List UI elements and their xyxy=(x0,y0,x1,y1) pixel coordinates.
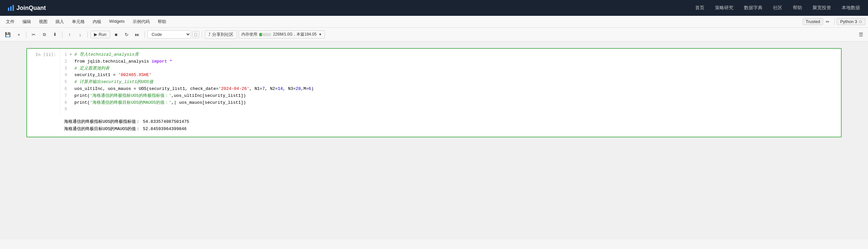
toolbar: 💾 + ✂ ⧉ ⬇ ↑ ↓ ▶ Run ■ ↻ ⏭ Code Markdown … xyxy=(0,28,868,41)
logo-bar-2 xyxy=(10,6,11,11)
memory-value: 226M/1.0G，本篇184.05 xyxy=(273,32,317,37)
code-content-8: print('海格通信的终极目标UOS的MAUOS的值：',| uos_mauo… xyxy=(74,100,838,106)
cell-output: 海格通信的终极指标UOS的终极指标值： 54.833574087501475 海… xyxy=(27,116,841,137)
line-num-1: 1 xyxy=(60,51,67,58)
cell-code-body[interactable]: 1 ▼ # 导入technical_analysis库 2 from jqlib… xyxy=(60,49,841,116)
arrow-down-icon: ↓ xyxy=(79,32,82,37)
nav-community[interactable]: 社区 xyxy=(773,5,782,11)
code-content-3: # 定义股票池列表 xyxy=(74,65,838,72)
code-content-5: # 计算并输出security_list1的UOS值 xyxy=(74,79,838,85)
nav-links: 首页 策略研究 数据字典 社区 帮助 聚宽投资 本地数据 xyxy=(695,5,860,11)
copy-icon: ⧉ xyxy=(43,32,46,37)
main-content: In [11]: 1 ▼ # 导入technical_analysis库 2 f… xyxy=(0,41,868,239)
add-cell-button[interactable]: + xyxy=(14,31,23,39)
fold-arrow-3 xyxy=(70,65,72,72)
arrow-up-icon: ↑ xyxy=(69,32,71,37)
output-line-2: 海格通信的终极目标UOS的MAUOS的值： 52.84593964399846 xyxy=(64,126,837,133)
logo-text: JoinQuant xyxy=(17,5,46,11)
menu-items: 文件 编辑 视图 插入 单元格 内核 Widgets 示例代码 帮助 xyxy=(3,17,803,26)
edit-pencil-button[interactable]: ✏ xyxy=(825,19,831,25)
share-label: 分享到社区 xyxy=(212,32,234,38)
cut-icon: ✂ xyxy=(32,32,36,37)
code-line-6: 6 uos_ultiInc, uos_mauos = UOS(security_… xyxy=(60,85,838,93)
fold-arrow-4 xyxy=(70,72,72,78)
sep-kernel xyxy=(834,19,835,25)
memory-dropdown-icon: ▼ xyxy=(318,33,322,36)
code-line-2: 2 from jqlib.technical_analysis import * xyxy=(60,58,838,65)
fold-arrow-1: ▼ xyxy=(70,51,72,58)
nav-data[interactable]: 数据字典 xyxy=(744,5,763,11)
paste-icon: ⬇ xyxy=(53,32,57,37)
menu-examples[interactable]: 示例代码 xyxy=(129,17,153,26)
run-label: Run xyxy=(99,32,106,37)
stop-button[interactable]: ■ xyxy=(112,31,121,39)
menu-file[interactable]: 文件 xyxy=(3,17,18,26)
logo-icon xyxy=(8,5,14,11)
toolbar-sep-5 xyxy=(202,31,202,38)
toolbar-sep-4 xyxy=(145,31,145,38)
code-content-1: # 导入technical_analysis库 xyxy=(74,51,838,58)
fold-arrow-7 xyxy=(70,93,72,99)
plus-icon: + xyxy=(18,32,20,37)
code-content-7: print('海格通信的终极指标UOS的终极指标值：',uos_ultiInc[… xyxy=(74,93,838,100)
keyboard-icon: ⎕ xyxy=(194,32,197,37)
share-button[interactable]: ⤴ 分享到社区 xyxy=(205,30,237,39)
fold-arrow-5 xyxy=(70,79,72,85)
toolbar-sep-1 xyxy=(26,31,26,38)
fold-arrow-2 xyxy=(70,58,72,65)
move-down-button[interactable]: ↓ xyxy=(75,31,85,39)
menu-help[interactable]: 帮助 xyxy=(154,17,169,26)
code-content-4: security_list1 = '002465.XSHE' xyxy=(74,72,838,79)
code-content-9 xyxy=(74,106,838,113)
fold-arrow-9 xyxy=(70,106,72,113)
stop-icon: ■ xyxy=(115,32,117,37)
cut-button[interactable]: ✂ xyxy=(29,31,38,39)
nav-strategy[interactable]: 策略研究 xyxy=(715,5,734,11)
memory-label: 内存使用 xyxy=(241,32,257,37)
line-num-2: 2 xyxy=(60,58,67,65)
fold-arrow-8 xyxy=(70,100,72,106)
menu-bar: 文件 编辑 视图 插入 单元格 内核 Widgets 示例代码 帮助 Trust… xyxy=(0,16,868,28)
nav-invest[interactable]: 聚宽投资 xyxy=(813,5,831,11)
code-line-8: 8 print('海格通信的终极目标UOS的MAUOS的值：',| uos_ma… xyxy=(60,100,838,106)
menu-insert[interactable]: 插入 xyxy=(52,17,67,26)
notebook-cell: In [11]: 1 ▼ # 导入technical_analysis库 2 f… xyxy=(26,48,842,137)
run-button[interactable]: ▶ Run xyxy=(90,31,110,38)
toolbar-sep-3 xyxy=(87,31,88,38)
trusted-button[interactable]: Trusted xyxy=(803,18,823,25)
restart-button[interactable]: ↻ xyxy=(122,31,131,39)
share-icon: ⤴ xyxy=(209,32,211,37)
format-button[interactable]: ☰ xyxy=(857,30,865,39)
paste-button[interactable]: ⬇ xyxy=(50,31,59,38)
menu-cell[interactable]: 单元格 xyxy=(69,17,88,26)
menu-kernel[interactable]: 内核 xyxy=(89,17,104,26)
menu-edit[interactable]: 编辑 xyxy=(19,17,34,26)
code-line-3: 3 # 定义股票池列表 xyxy=(60,65,838,72)
logo: JoinQuant xyxy=(8,5,46,11)
line-num-4: 4 xyxy=(60,72,67,78)
output-line-1: 海格通信的终极指标UOS的终极指标值： 54.833574087501475 xyxy=(64,118,837,126)
memory-info[interactable]: 内存使用 226M/1.0G，本篇184.05 ▼ xyxy=(239,30,325,39)
move-up-button[interactable]: ↑ xyxy=(65,31,74,39)
fast-forward-button[interactable]: ⏭ xyxy=(132,31,142,39)
code-content-2: from jqlib.technical_analysis import * xyxy=(74,58,838,65)
memory-bar-fill xyxy=(259,33,262,36)
kernel-indicator: Python 3 xyxy=(837,18,865,25)
line-num-6: 6 xyxy=(60,85,67,92)
menu-widgets[interactable]: Widgets xyxy=(106,17,128,26)
menu-view[interactable]: 视图 xyxy=(36,17,51,26)
memory-bar-container xyxy=(259,33,271,36)
keyboard-shortcut-button[interactable]: ⎕ xyxy=(192,31,199,38)
line-num-9: 9 xyxy=(60,106,67,113)
line-num-7: 7 xyxy=(60,93,67,99)
kernel-dot xyxy=(859,21,862,23)
copy-button[interactable]: ⧉ xyxy=(39,31,49,39)
save-button[interactable]: 💾 xyxy=(3,31,13,39)
nav-local[interactable]: 本地数据 xyxy=(842,5,860,11)
nav-home[interactable]: 首页 xyxy=(695,5,705,11)
fold-arrow-6 xyxy=(70,85,72,92)
nav-help[interactable]: 帮助 xyxy=(793,5,802,11)
logo-bar-3 xyxy=(12,5,14,11)
run-icon: ▶ xyxy=(94,32,97,37)
cell-type-select[interactable]: Code Markdown Raw NBConvert xyxy=(147,30,191,39)
